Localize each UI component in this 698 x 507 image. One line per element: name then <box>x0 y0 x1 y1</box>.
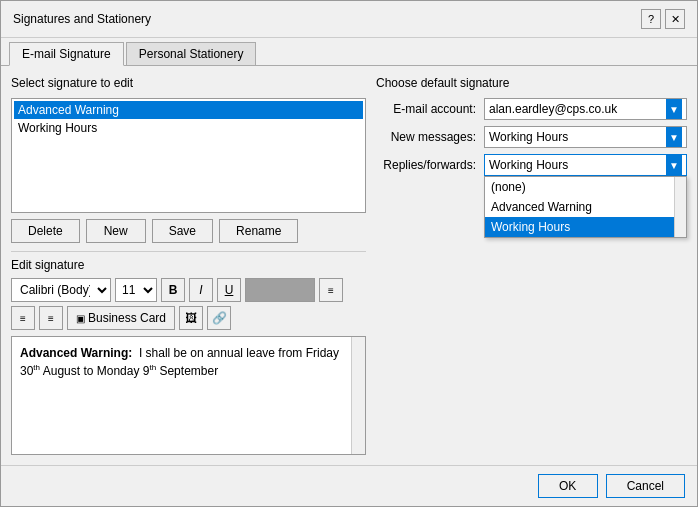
italic-button[interactable]: I <box>189 278 213 302</box>
main-content: Select signature to edit Advanced Warnin… <box>1 66 697 465</box>
dropdown-option-advanced-warning[interactable]: Advanced Warning <box>485 197 686 217</box>
select-sig-label: Select signature to edit <box>11 76 366 90</box>
dropdown-scrollbar[interactable] <box>674 177 686 237</box>
bold-button[interactable]: B <box>161 278 185 302</box>
new-messages-select[interactable]: Working Hours ▼ <box>484 126 687 148</box>
tabs-container: E-mail Signature Personal Stationery <box>1 38 697 66</box>
new-button[interactable]: New <box>86 219 146 243</box>
dialog: Signatures and Stationery ? ✕ E-mail Sig… <box>0 0 698 507</box>
close-button[interactable]: ✕ <box>665 9 685 29</box>
underline-button[interactable]: U <box>217 278 241 302</box>
left-panel: Select signature to edit Advanced Warnin… <box>11 76 366 455</box>
replies-label: Replies/forwards: <box>376 158 476 172</box>
business-card-button[interactable]: ▣ Business Card <box>67 306 175 330</box>
align-left-button[interactable]: ≡ <box>319 278 343 302</box>
new-messages-row: New messages: Working Hours ▼ <box>376 126 687 148</box>
dialog-footer: OK Cancel <box>1 465 697 506</box>
ok-button[interactable]: OK <box>538 474 598 498</box>
tab-email-signature[interactable]: E-mail Signature <box>9 42 124 66</box>
dropdown-option-none[interactable]: (none) <box>485 177 686 197</box>
cancel-button[interactable]: Cancel <box>606 474 685 498</box>
choose-default-label: Choose default signature <box>376 76 687 90</box>
right-panel: Choose default signature E-mail account:… <box>376 76 687 455</box>
email-account-select[interactable]: alan.eardley@cps.co.uk ▼ <box>484 98 687 120</box>
rename-button[interactable]: Rename <box>219 219 298 243</box>
sig-buttons: Delete New Save Rename <box>11 219 366 243</box>
new-messages-arrow: ▼ <box>666 127 682 147</box>
signature-item-advanced-warning[interactable]: Advanced Warning <box>14 101 363 119</box>
edit-sig-label: Edit signature <box>11 251 366 272</box>
insert-picture-button[interactable]: 🖼 <box>179 306 203 330</box>
formatting-toolbar: Calibri (Body) 11 B I U ≡ ≡ ≡ ▣ Business… <box>11 278 366 330</box>
choose-default-section: E-mail account: alan.eardley@cps.co.uk ▼… <box>376 98 687 176</box>
signature-editor[interactable]: Advanced Warning: I shall be on annual l… <box>11 336 366 455</box>
dialog-title: Signatures and Stationery <box>13 12 151 26</box>
color-picker[interactable] <box>245 278 315 302</box>
title-bar-controls: ? ✕ <box>641 9 685 29</box>
replies-arrow: ▼ <box>666 155 682 175</box>
email-account-row: E-mail account: alan.eardley@cps.co.uk ▼ <box>376 98 687 120</box>
align-right-button[interactable]: ≡ <box>39 306 63 330</box>
new-messages-label: New messages: <box>376 130 476 144</box>
replies-dropdown-list: (none) Advanced Warning Working Hours <box>484 176 687 238</box>
size-select[interactable]: 11 <box>115 278 157 302</box>
insert-hyperlink-button[interactable]: 🔗 <box>207 306 231 330</box>
new-messages-dropdown: Working Hours ▼ <box>484 126 687 148</box>
replies-row: Replies/forwards: Working Hours ▼ (none)… <box>376 154 687 176</box>
delete-button[interactable]: Delete <box>11 219 80 243</box>
font-select[interactable]: Calibri (Body) <box>11 278 111 302</box>
title-bar: Signatures and Stationery ? ✕ <box>1 1 697 38</box>
replies-dropdown: Working Hours ▼ (none) Advanced Warning … <box>484 154 687 176</box>
signature-item-working-hours[interactable]: Working Hours <box>14 119 363 137</box>
email-account-label: E-mail account: <box>376 102 476 116</box>
email-account-dropdown: alan.eardley@cps.co.uk ▼ <box>484 98 687 120</box>
editor-scrollbar[interactable] <box>351 337 365 454</box>
align-center-button[interactable]: ≡ <box>11 306 35 330</box>
email-account-arrow: ▼ <box>666 99 682 119</box>
replies-select[interactable]: Working Hours ▼ <box>484 154 687 176</box>
dropdown-option-working-hours[interactable]: Working Hours <box>485 217 686 237</box>
editor-text: Advanced Warning: I shall be on annual l… <box>20 345 357 380</box>
save-button[interactable]: Save <box>152 219 213 243</box>
tab-personal-stationery[interactable]: Personal Stationery <box>126 42 257 65</box>
help-button[interactable]: ? <box>641 9 661 29</box>
signature-list[interactable]: Advanced Warning Working Hours <box>11 98 366 213</box>
